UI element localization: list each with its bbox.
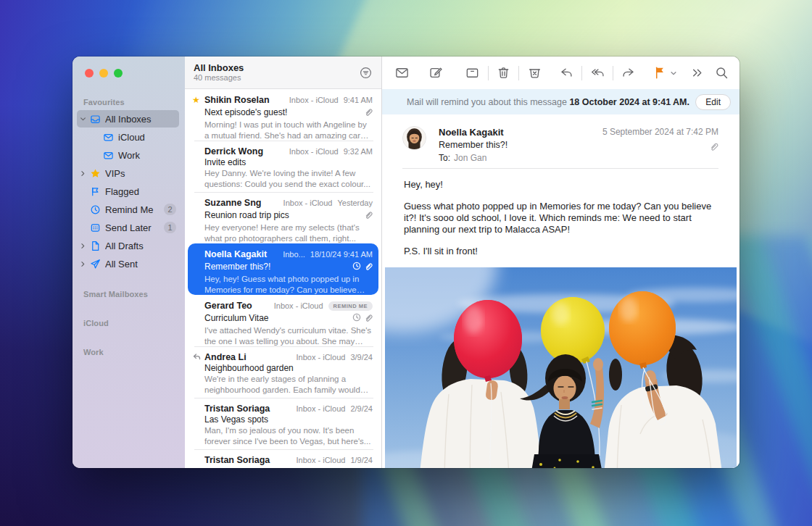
chevron-spacer [78,205,88,214]
recipient-names: Jon Gan [454,153,486,163]
forward-icon[interactable] [621,64,637,82]
sidebar-section-title-favourites: Favourites [72,91,185,109]
mark-unread-icon[interactable] [394,64,410,82]
list-item[interactable]: Tristan Soriaga Inbox - iCloud2/9/24 Las… [185,398,381,449]
message-header: Noella Kagakit Remember this?! To:Jon Ga… [382,114,740,169]
sidebar-item-all-drafts[interactable]: All Drafts [77,237,179,254]
subject: Las Vegas spots [204,414,373,425]
message-list: ★ Shikin Roselan Inbox - iCloud9:41 AM N… [185,89,381,468]
sender: Tristan Soriaga [204,455,292,465]
document-icon [88,241,102,251]
reminder-text: Mail will remind you about this message … [407,97,695,107]
balloons-photo [385,267,737,468]
flag-icon[interactable] [652,64,668,82]
window-controls [72,68,185,78]
edit-reminder-button[interactable]: Edit [695,94,731,110]
trash-icon[interactable] [496,64,512,82]
list-item[interactable]: Gerard Teo Inbox - iCloudREMIND ME Curri… [185,295,381,346]
sidebar-item-send-later[interactable]: Send Later 1 [77,219,179,236]
sidebar-item-label: iCloud [118,132,179,143]
message-pane: Mail will remind you about this message … [382,57,740,468]
search-icon[interactable] [713,64,729,82]
paperclip-icon [364,106,373,119]
zoom-button[interactable] [114,69,123,78]
desktop-wallpaper: Favourites All Inboxes iCloud Work VIPs … [0,0,812,526]
list-item[interactable]: Derrick Wong Inbox - iCloud9:32 AM Invit… [185,141,381,192]
sidebar-item-all-inboxes[interactable]: All Inboxes [77,110,179,128]
reply-all-icon[interactable] [589,64,605,82]
chevron-right-icon[interactable] [78,259,88,269]
star-icon: ★ [192,96,200,141]
sidebar: Favourites All Inboxes iCloud Work VIPs … [72,57,185,468]
sender: Shikin Roselan [204,95,285,105]
preview-text: Morning! I was put in touch with Angelin… [204,120,373,141]
flag-menu-chevron-icon[interactable] [668,64,679,82]
body-paragraph: Hey, hey! [404,179,718,191]
clock-icon [88,204,102,215]
filter-icon[interactable] [359,66,373,80]
list-item[interactable]: Suzanne Sng Inbox - iCloudYesterday Reun… [185,192,381,243]
sender: Andrea Li [204,352,292,362]
calendar-icon [88,222,102,233]
sidebar-item-label: VIPs [105,168,179,179]
mailbox-label: Inbox - iCloud [289,96,339,104]
attachment-paperclip-icon[interactable] [602,141,718,151]
unread-badge: 1 [164,222,176,233]
sender: Tristan Soriaga [204,404,292,414]
sidebar-item-all-sent[interactable]: All Sent [77,255,179,272]
timestamp: 9:41 AM [344,96,373,104]
list-item[interactable]: Tristan Soriaga Inbox - iCloud1/9/24 [185,449,381,468]
body-paragraph: Guess what photo popped up in Memories f… [404,201,718,235]
subject: Reunion road trip pics [204,210,364,220]
reminder-date: 18 October 2024 at 9:41 AM. [569,97,689,107]
sidebar-item-vips[interactable]: VIPs [77,164,179,182]
toolbar [382,57,740,89]
timestamp: 3/9/24 [350,353,373,362]
preview-text: We're in the early stages of planning a … [204,374,373,396]
junk-icon[interactable] [526,64,542,82]
sidebar-item-label: All Inboxes [105,114,179,125]
close-button[interactable] [85,69,94,78]
more-icon[interactable] [689,64,705,82]
sidebar-item-label: Flagged [105,186,179,197]
preview-text: I've attached Wendy's curriculum vitae. … [204,325,373,347]
subject: Invite edits [204,157,373,167]
remind-me-badge: REMIND ME [328,301,373,311]
chevron-right-icon[interactable] [78,241,88,251]
paperclip-icon [364,312,373,325]
list-item[interactable]: Andrea Li Inbox - iCloud3/9/24 Neighbour… [185,346,381,398]
timestamp: 9:32 AM [344,147,373,156]
list-item[interactable]: ★ Shikin Roselan Inbox - iCloud9:41 AM N… [185,89,381,141]
sidebar-item-label: All Drafts [105,241,179,251]
star-icon [88,168,102,179]
list-item[interactable]: Noella Kagakit Inbo...18/10/24 9:41 AM R… [188,243,378,295]
mail-window: Favourites All Inboxes iCloud Work VIPs … [72,57,740,468]
preview-text: Hey, hey! Guess what photo popped up in … [204,274,373,296]
replied-arrow-icon [192,353,201,398]
sidebar-item-work[interactable]: Work [90,146,179,164]
mailbox-label: Inbox - iCloud [297,353,346,362]
mailbox-label: Inbox - iCloud [274,301,323,310]
subject: Next episode's guest! [204,107,364,117]
timestamp: Yesterday [337,199,373,207]
chevron-down-icon[interactable] [78,114,88,124]
sidebar-item-remind-me[interactable]: Remind Me 2 [77,201,179,218]
sidebar-item-label: Work [118,150,179,161]
sidebar-item-label: Remind Me [105,204,164,215]
chevron-right-icon[interactable] [78,169,88,178]
subject: Neighbourhood garden [204,363,373,373]
photo-attachment[interactable] [385,267,737,468]
subject: Remember this?! [204,262,352,272]
mailbox-label: Inbox - iCloud [289,147,339,156]
archive-icon[interactable] [465,64,481,82]
timestamp: 18/10/24 9:41 AM [310,250,373,259]
sidebar-item-flagged[interactable]: Flagged [77,183,179,200]
sidebar-item-icloud[interactable]: iCloud [90,128,179,146]
recipient-line: To:Jon Gan [439,152,719,164]
sidebar-item-label: Send Later [105,222,164,233]
minimize-button[interactable] [99,69,108,78]
message-count: 40 messages [194,73,359,83]
inbox-tray-icon [88,114,102,125]
compose-icon[interactable] [428,64,444,82]
reply-icon[interactable] [558,64,574,82]
